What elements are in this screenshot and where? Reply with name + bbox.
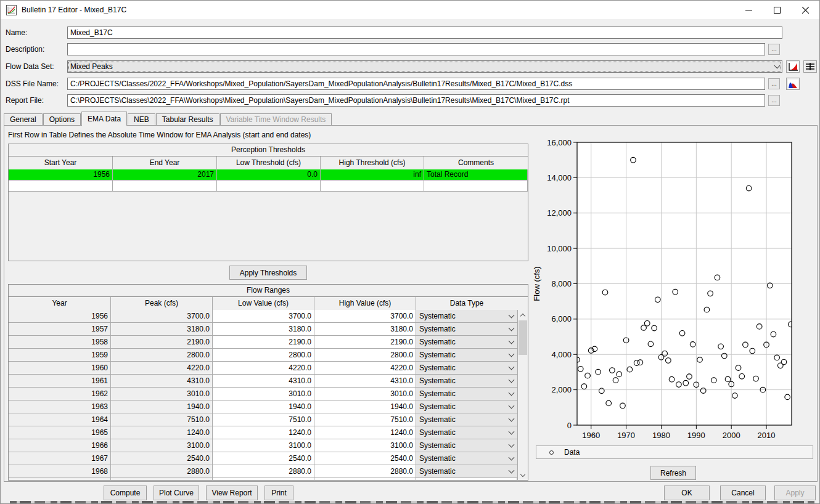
cell-peak-cfs[interactable]: 1240.0 (111, 426, 213, 439)
cell-high-value-cfs[interactable]: 2540.0 (314, 452, 416, 465)
cancel-button[interactable]: Cancel (720, 486, 766, 500)
dss-file-input[interactable] (67, 78, 765, 90)
cell-low-value-cfs[interactable]: 3180.0 (213, 323, 314, 336)
data-type-dropdown[interactable]: Systematic (416, 388, 517, 400)
scroll-up-icon[interactable] (518, 310, 528, 320)
cell-high-value-cfs[interactable]: 1940.0 (314, 400, 416, 413)
ok-button[interactable]: OK (664, 486, 710, 500)
data-type-dropdown[interactable]: Systematic (416, 400, 517, 413)
cell-high-value-cfs[interactable] (314, 478, 416, 480)
plot-dss-data-button[interactable] (786, 78, 800, 90)
scroll-down-icon[interactable] (518, 470, 528, 480)
cell-year[interactable]: 1967 (9, 452, 111, 465)
plot-flow-data-button[interactable] (786, 60, 800, 73)
cell-peak-cfs[interactable]: 4310.0 (111, 375, 213, 388)
cell-peak-cfs[interactable] (111, 478, 213, 480)
data-type-dropdown[interactable]: Systematic (416, 413, 517, 426)
dss-file-browse-button[interactable]: ... (768, 78, 780, 89)
cell-year[interactable]: 1957 (9, 323, 111, 336)
description-browse-button[interactable]: ... (768, 44, 780, 55)
cell-year[interactable]: 1962 (9, 388, 111, 400)
cell-year[interactable]: 1963 (9, 400, 111, 413)
cell-high-value-cfs[interactable]: 7510.0 (314, 413, 416, 426)
cell-year[interactable]: 1960 (9, 362, 111, 375)
data-type-dropdown[interactable]: Systematic (416, 336, 517, 349)
cell-low-value-cfs[interactable] (213, 478, 314, 480)
scrollbar-thumb[interactable] (519, 320, 527, 355)
cell-high-value-cfs[interactable]: 2800.0 (314, 349, 416, 362)
cell-low-value-cfs[interactable]: 3100.0 (213, 439, 314, 452)
cell-year[interactable]: 1965 (9, 426, 111, 439)
data-type-dropdown[interactable]: Systematic (416, 362, 517, 375)
data-type-dropdown[interactable]: Systematic (416, 465, 517, 478)
cell-year[interactable]: 1958 (9, 336, 111, 349)
report-file-input[interactable] (67, 94, 765, 107)
empty-cell[interactable] (113, 181, 217, 192)
cell-peak-cfs[interactable]: 4220.0 (111, 362, 213, 375)
perception-threshold-row[interactable]: 195620170.0infTotal Record (9, 169, 528, 181)
name-input[interactable] (67, 26, 782, 39)
cell-peak-cfs[interactable]: 3010.0 (111, 388, 213, 400)
close-button[interactable] (791, 1, 819, 19)
cell-high-value-cfs[interactable]: 3700.0 (314, 310, 416, 323)
flow-data-set-combo[interactable]: Mixed Peaks (67, 60, 782, 73)
cell-peak-cfs[interactable]: 7510.0 (111, 413, 213, 426)
refresh-button[interactable]: Refresh (650, 466, 696, 480)
cell-comments[interactable]: Total Record (424, 169, 528, 181)
cell-high-value-cfs[interactable]: 3180.0 (314, 323, 416, 336)
cell-high-value-cfs[interactable]: 4310.0 (314, 375, 416, 388)
cell-year[interactable]: 1968 (9, 465, 111, 478)
data-type-dropdown[interactable]: Systematic (416, 426, 517, 439)
cell-peak-cfs[interactable]: 3700.0 (111, 310, 213, 323)
cell-low-value-cfs[interactable]: 2880.0 (213, 465, 314, 478)
tabulate-flow-data-button[interactable] (803, 60, 817, 73)
cell-low-value-cfs[interactable]: 1940.0 (213, 400, 314, 413)
plot-curve-button[interactable]: Plot Curve (154, 486, 199, 500)
cell-low-value-cfs[interactable]: 2190.0 (213, 336, 314, 349)
data-type-dropdown[interactable]: Systematic (416, 375, 517, 388)
cell-peak-cfs[interactable]: 2540.0 (111, 452, 213, 465)
cell-high-value-cfs[interactable]: 1240.0 (314, 426, 416, 439)
cell-high-value-cfs[interactable]: 4220.0 (314, 362, 416, 375)
data-type-dropdown[interactable]: Systematic (416, 323, 517, 336)
empty-cell[interactable] (321, 181, 424, 192)
cell-high-value-cfs[interactable]: 3100.0 (314, 439, 416, 452)
cell-low-value-cfs[interactable]: 2800.0 (213, 349, 314, 362)
empty-row[interactable] (9, 181, 528, 192)
cell-peak-cfs[interactable]: 2800.0 (111, 349, 213, 362)
tab-tabular-results[interactable]: Tabular Results (156, 113, 219, 126)
cell-low-value-cfs[interactable]: 3010.0 (213, 388, 314, 400)
tab-neb[interactable]: NEB (128, 113, 155, 126)
description-input[interactable] (67, 43, 765, 55)
minimize-button[interactable] (734, 1, 763, 19)
cell-year[interactable]: 1956 (9, 310, 111, 323)
cell-low-value-cfs[interactable]: 4220.0 (213, 362, 314, 375)
data-type-dropdown[interactable]: Systematic (416, 452, 517, 465)
empty-cell[interactable] (217, 181, 321, 192)
tab-options[interactable]: Options (43, 113, 81, 126)
cell-high-threshold-cfs[interactable]: inf (321, 169, 424, 181)
empty-cell[interactable] (9, 181, 113, 192)
compute-button[interactable]: Compute (104, 486, 147, 500)
print-button[interactable]: Print (264, 486, 293, 500)
cell-year[interactable]: 1966 (9, 439, 111, 452)
cell-year[interactable] (9, 478, 111, 480)
tab-ema-data[interactable]: EMA Data (81, 112, 127, 126)
cell-peak-cfs[interactable]: 3180.0 (111, 323, 213, 336)
cell-peak-cfs[interactable]: 2190.0 (111, 336, 213, 349)
cell-low-value-cfs[interactable]: 3700.0 (213, 310, 314, 323)
cell-low-value-cfs[interactable]: 4310.0 (213, 375, 314, 388)
cell-high-value-cfs[interactable]: 2880.0 (314, 465, 416, 478)
report-file-browse-button[interactable]: ... (768, 95, 780, 106)
cell-high-value-cfs[interactable]: 2190.0 (314, 336, 416, 349)
cell-year[interactable]: 1964 (9, 413, 111, 426)
cell-low-value-cfs[interactable]: 1240.0 (213, 426, 314, 439)
cell-low-value-cfs[interactable]: 7510.0 (213, 413, 314, 426)
cell-peak-cfs[interactable]: 3100.0 (111, 439, 213, 452)
cell-end-year[interactable]: 2017 (113, 169, 217, 181)
data-type-dropdown[interactable]: Systematic (416, 349, 517, 362)
cell-high-value-cfs[interactable]: 3010.0 (314, 388, 416, 400)
maximize-button[interactable] (763, 1, 791, 19)
cell-low-value-cfs[interactable]: 2540.0 (213, 452, 314, 465)
flow-ranges-scrollbar[interactable] (517, 310, 528, 480)
